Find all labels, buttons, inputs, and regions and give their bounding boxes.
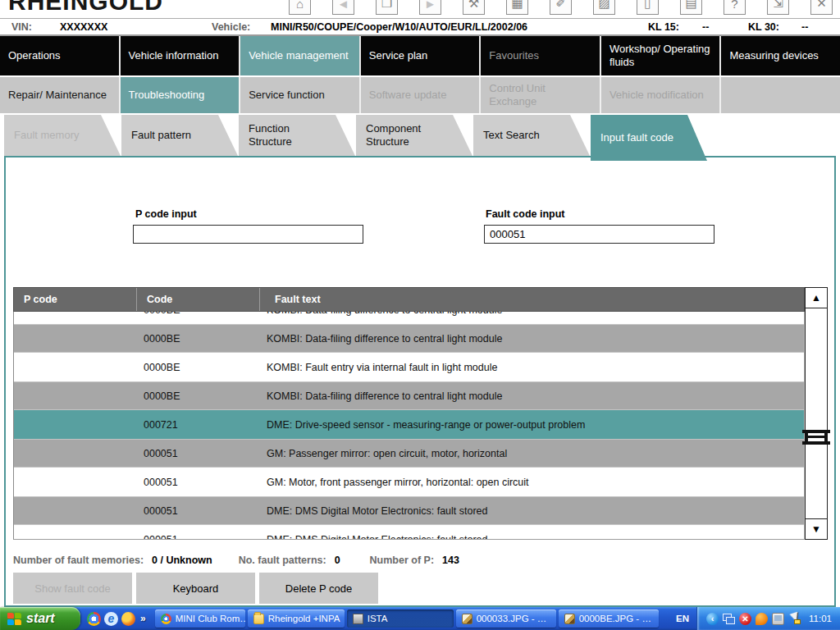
table-row[interactable]: 000051 DME: DMS Digital Motor Electronic… — [14, 525, 804, 540]
table-row[interactable]: 0000BE KOMBI: Data-filing difference to … — [14, 312, 804, 324]
save-icon[interactable]: ▦ — [506, 0, 528, 15]
scroll-up-button[interactable]: ▲ — [806, 288, 827, 308]
wrench-icon[interactable]: ⚒ — [463, 0, 485, 15]
windows-logo-icon — [7, 613, 21, 625]
cell-fault-text: KOMBI: Fault entry via internal fault in… — [260, 362, 804, 373]
kl30-label: KL 30: — [748, 21, 779, 33]
nav-vehicle-information[interactable]: Vehicle information — [121, 36, 240, 75]
task-mini-club[interactable]: MINI Club Rom… — [155, 609, 245, 628]
column-header-p-code[interactable]: P code — [14, 288, 137, 311]
nav-service-plan[interactable]: Service plan — [361, 36, 480, 75]
status-bar: Number of fault memories: 0 / Unknown No… — [13, 555, 459, 566]
system-tray: ‹ ✕ 11:01 — [696, 607, 840, 630]
nav-vehicle-management[interactable]: Vehicle management — [240, 36, 359, 75]
mouse-settings-icon[interactable] — [788, 613, 801, 625]
cell-code: 000721 — [137, 419, 260, 431]
table-row[interactable]: 0000BE KOMBI: Fault entry via internal f… — [14, 353, 804, 381]
action-buttons: Show fault code Keyboard Delete P code — [13, 573, 378, 604]
content-panel: P code input Fault code input P code Cod… — [4, 156, 836, 607]
cell-code: 0000BE — [137, 362, 260, 373]
fault-code-input[interactable] — [484, 225, 714, 244]
kl15-label: KL 15: — [648, 21, 679, 33]
network-icon[interactable] — [723, 613, 735, 625]
column-header-fault-text[interactable]: Fault text — [260, 288, 804, 311]
tab-function-structure[interactable]: Function Structure — [239, 115, 355, 156]
scrollbar-thumb[interactable] — [801, 429, 831, 445]
start-button[interactable]: start — [0, 607, 80, 630]
chrome-icon — [161, 614, 171, 624]
cell-fault-text: KOMBI: Data-filing difference to central… — [260, 312, 804, 316]
table-scrollbar[interactable]: ▲ ▼ — [805, 287, 828, 540]
task-rheingold-inpa[interactable]: Rheingold +INPA — [248, 609, 345, 628]
cell-code: 000051 — [137, 505, 260, 517]
subnav-troubleshooting[interactable]: Troubleshooting — [121, 77, 240, 113]
cell-code: 000051 — [137, 477, 260, 488]
scroll-down-button[interactable]: ▼ — [806, 518, 827, 539]
p-code-input[interactable] — [133, 225, 363, 244]
p-code-input-label: P code input — [135, 208, 197, 220]
task-ista-active[interactable]: ISTA — [347, 609, 454, 628]
start-label: start — [26, 611, 55, 626]
tab-text-search[interactable]: Text Search — [473, 115, 590, 156]
title-bar: RHEINGOLD ⌂ ◄ ❐ ► ⚒ ▦ ✐ ▨ ▯ ▤ ? ⇲ ✕ — [0, 0, 840, 18]
copy-icon[interactable]: ❐ — [376, 0, 398, 15]
print-icon[interactable]: ▤ — [680, 0, 702, 15]
table-row-selected[interactable]: 000721 DME: Drive-speed sensor - measuri… — [14, 410, 804, 439]
nav-measuring-devices[interactable]: Measuring devices — [721, 36, 840, 75]
close-icon[interactable]: ✕ — [810, 0, 833, 15]
tray-collapse-icon[interactable]: ‹ — [706, 613, 719, 625]
chrome-icon[interactable] — [87, 612, 101, 626]
table-row[interactable]: 0000BE KOMBI: Data-filing difference to … — [14, 381, 804, 410]
task-label: Rheingold +INPA — [268, 614, 340, 623]
number-of-p-label: Number of P: — [370, 555, 434, 566]
fault-patterns-value: 0 — [335, 555, 340, 566]
measurement-icon[interactable]: ▯ — [637, 0, 659, 15]
image-viewer-icon — [462, 614, 472, 624]
task-0000be-jpg[interactable]: 0000BE.JPG - … — [559, 609, 659, 628]
delete-p-code-button[interactable]: Delete P code — [259, 573, 378, 604]
subnav-control-unit-exchange: Control Unit Exchange — [481, 77, 600, 113]
security-alert-icon[interactable]: ✕ — [739, 613, 751, 625]
folder-icon — [253, 614, 264, 624]
subnav-service-function[interactable]: Service function — [240, 77, 359, 113]
firefox-icon[interactable] — [121, 612, 135, 626]
display-settings-icon[interactable] — [772, 613, 784, 625]
subnav-repair-maintenance[interactable]: Repair/ Maintenance — [0, 77, 119, 113]
tab-component-structure[interactable]: Component Structure — [356, 115, 472, 156]
taskbar: start e » MINI Club Rom… Rheingold +INPA… — [0, 607, 840, 630]
kl15-value: -- — [702, 21, 709, 33]
task-000033-jpg[interactable]: 000033.JPG - … — [456, 609, 556, 628]
main-nav: Operations Vehicle information Vehicle m… — [0, 36, 840, 75]
forward-icon[interactable]: ► — [419, 0, 441, 15]
task-label: MINI Club Rom… — [176, 614, 245, 623]
fault-memories-label: Number of fault memories: — [13, 555, 144, 566]
internet-explorer-icon[interactable]: e — [104, 612, 118, 626]
nav-workshop-operating-fluids[interactable]: Workshop/ Operating fluids — [601, 36, 720, 75]
cell-fault-text: DME: DMS Digital Motor Electronics: faul… — [260, 505, 804, 517]
antivirus-icon[interactable] — [756, 613, 768, 625]
table-row[interactable]: 000051 GM: Motor, front passenger mirror… — [14, 468, 804, 496]
cell-fault-text: GM: Motor, front passenger mirror, horiz… — [260, 477, 804, 488]
table-row[interactable]: 000051 GM: Passenger mirror: open circui… — [14, 439, 804, 468]
language-indicator[interactable]: EN — [676, 614, 689, 623]
table-row[interactable]: 0000BE KOMBI: Data-filing difference to … — [14, 324, 804, 353]
quick-launch-overflow-chevron[interactable]: » — [140, 613, 146, 624]
nav-operations[interactable]: Operations — [0, 36, 119, 75]
tab-fault-pattern[interactable]: Fault pattern — [121, 115, 238, 156]
home-icon[interactable]: ⌂ — [289, 0, 311, 15]
vin-label: VIN: — [11, 21, 32, 33]
column-header-code[interactable]: Code — [137, 288, 260, 311]
cell-fault-text: DME: DMS Digital Motor Electronics: faul… — [260, 534, 804, 541]
vehicle-info-bar: VIN: XXXXXXX Vehicle: MINI/R50/COUPE/Coo… — [0, 18, 840, 36]
tab-input-fault-code[interactable]: Input fault code — [591, 115, 707, 161]
minimize-app-icon[interactable]: ⇲ — [767, 0, 789, 15]
plug-icon[interactable]: ✐ — [550, 0, 572, 15]
vin-value: XXXXXXX — [60, 21, 107, 33]
image-icon[interactable]: ▨ — [593, 0, 615, 15]
help-icon[interactable]: ? — [724, 0, 746, 15]
image-viewer-icon — [564, 614, 575, 624]
back-icon[interactable]: ◄ — [332, 0, 354, 15]
keyboard-button[interactable]: Keyboard — [136, 573, 255, 604]
table-row[interactable]: 000051 DME: DMS Digital Motor Electronic… — [14, 496, 804, 525]
cell-fault-text: GM: Passenger mirror: open circuit, moto… — [260, 448, 804, 459]
